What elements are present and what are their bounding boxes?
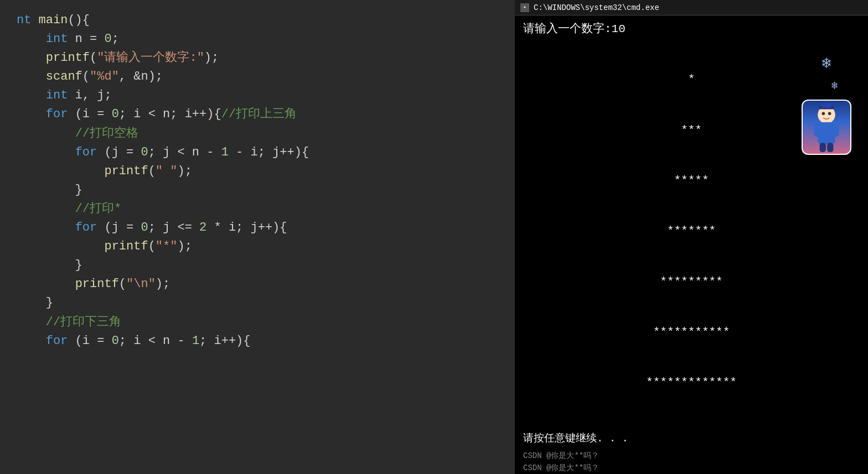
code-line-6: for (i = 0; i < n; i++){//打印上三角 bbox=[17, 105, 498, 124]
code-line-12: for (j = 0; j <= 2 * i; j++){ bbox=[17, 218, 498, 237]
star-row-3: ***** bbox=[523, 173, 860, 189]
csdn-line-1: CSDN @你是大**吗？ bbox=[515, 450, 868, 462]
snowflake-2: ❄ bbox=[831, 78, 838, 94]
svg-rect-9 bbox=[822, 103, 831, 108]
character-svg bbox=[807, 102, 846, 152]
code-line-15: printf("\n"); bbox=[17, 275, 498, 294]
svg-rect-2 bbox=[814, 123, 820, 137]
cmd-window: ▪ C:\WINDOWS\system32\cmd.exe 请输入一个数字:10… bbox=[515, 0, 868, 474]
code-editor: nt main(){ int n = 0; printf("请输入一个数字:")… bbox=[0, 0, 515, 474]
cmd-title: C:\WINDOWS\system32\cmd.exe bbox=[534, 3, 659, 12]
continue-text: 请按任意键继续. . . bbox=[523, 433, 628, 445]
anime-character bbox=[802, 100, 851, 155]
code-line-2: int n = 0; bbox=[17, 30, 498, 49]
svg-rect-3 bbox=[833, 123, 839, 137]
cmd-prompt: 请输入一个数字:10 bbox=[523, 21, 860, 38]
star-row-6: *********** bbox=[523, 324, 860, 341]
star-row-4: ******* bbox=[523, 223, 860, 239]
code-line-10: } bbox=[17, 181, 498, 200]
code-line-3: printf("请输入一个数字:"); bbox=[17, 49, 498, 67]
cmd-icon: ▪ bbox=[520, 3, 529, 12]
code-line-17: //打印下三角 bbox=[17, 313, 498, 332]
code-line-4: scanf("%d", &n); bbox=[17, 67, 498, 86]
code-line-13: printf("*"); bbox=[17, 237, 498, 256]
cmd-titlebar: ▪ C:\WINDOWS\system32\cmd.exe bbox=[515, 0, 868, 15]
star-row-8: *************** bbox=[523, 425, 860, 429]
code-line-14: } bbox=[17, 256, 498, 275]
csdn-line-2: CSDN @你是大**吗？ bbox=[515, 462, 868, 474]
star-row-7: ************* bbox=[523, 374, 860, 391]
code-lines: nt main(){ int n = 0; printf("请输入一个数字:")… bbox=[17, 11, 498, 351]
code-line-18: for (i = 0; i < n - 1; i++){ bbox=[17, 332, 498, 351]
svg-rect-1 bbox=[818, 122, 835, 144]
code-line-1: nt main(){ bbox=[17, 11, 498, 30]
svg-point-7 bbox=[828, 112, 831, 116]
snowflake-1: ❄ bbox=[822, 53, 831, 76]
code-line-16: } bbox=[17, 294, 498, 312]
svg-rect-5 bbox=[827, 143, 833, 152]
code-line-11: //打印* bbox=[17, 200, 498, 218]
code-line-9: printf(" "); bbox=[17, 162, 498, 181]
svg-point-6 bbox=[822, 112, 825, 116]
star-row-5: ********* bbox=[523, 274, 860, 290]
svg-rect-4 bbox=[820, 143, 826, 152]
decoration-panel: ❄ ❄ bbox=[790, 49, 862, 159]
code-line-7: //打印空格 bbox=[17, 124, 498, 143]
cmd-prompt-text: 请输入一个数字:10 bbox=[523, 21, 626, 38]
code-line-5: int i, j; bbox=[17, 86, 498, 105]
cmd-content: 请输入一个数字:10 * *** ***** ******* *********… bbox=[515, 15, 868, 428]
code-line-8: for (j = 0; j < n - 1 - i; j++){ bbox=[17, 143, 498, 162]
cmd-bottom: 请按任意键继续. . . bbox=[515, 428, 868, 450]
